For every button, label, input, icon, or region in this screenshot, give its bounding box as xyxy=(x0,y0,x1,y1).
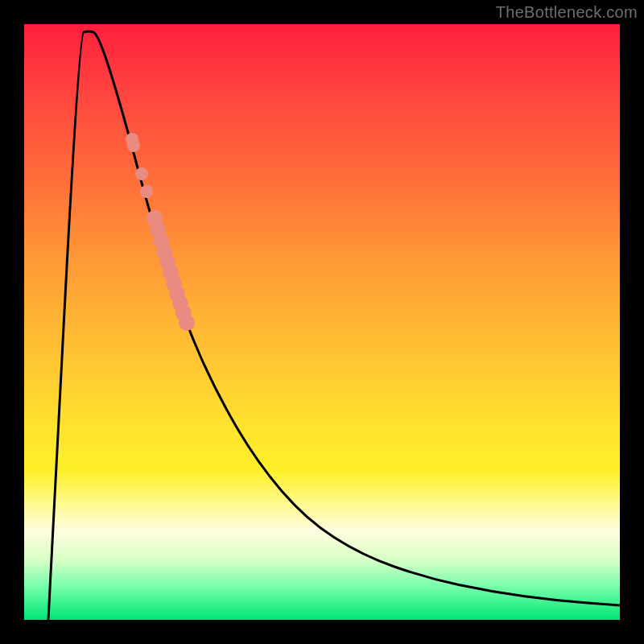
svg-point-1 xyxy=(127,139,140,152)
plot-area xyxy=(24,24,620,620)
svg-point-14 xyxy=(179,315,195,331)
chart-frame: TheBottleneck.com xyxy=(0,0,644,644)
svg-point-3 xyxy=(140,185,153,198)
svg-point-2 xyxy=(135,167,148,180)
chart-svg xyxy=(24,24,620,620)
bottleneck-curve xyxy=(48,31,620,620)
watermark-text: TheBottleneck.com xyxy=(496,3,638,22)
